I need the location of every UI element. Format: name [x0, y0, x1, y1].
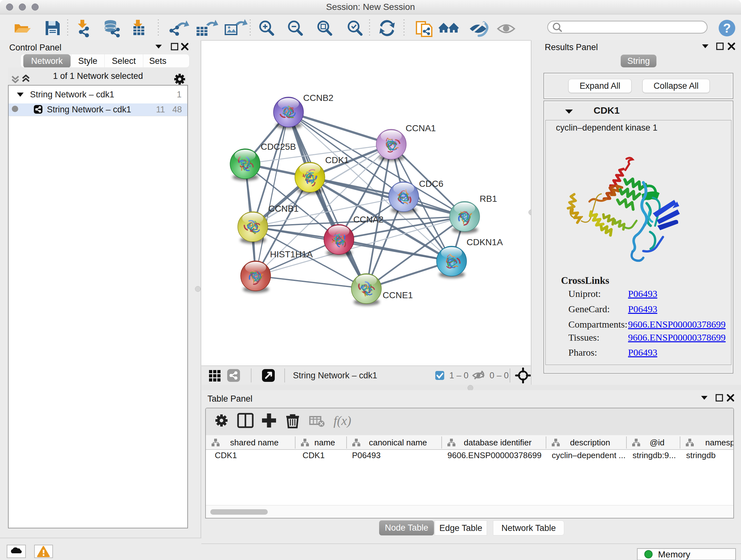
- svg-text:CCNE1: CCNE1: [383, 290, 413, 300]
- svg-text:CDKN1A: CDKN1A: [467, 237, 503, 247]
- svg-text:CCNA2: CCNA2: [353, 214, 384, 225]
- svg-text:namespace: namespace: [705, 438, 734, 447]
- svg-text:HIST1H1A: HIST1H1A: [270, 249, 313, 259]
- svg-text:description: description: [570, 438, 610, 447]
- svg-text:database identifier: database identifier: [464, 438, 532, 447]
- svg-text:CDC25B: CDC25B: [261, 142, 296, 152]
- svg-text:canonical name: canonical name: [369, 438, 427, 447]
- svg-text:CCNA1: CCNA1: [406, 123, 436, 133]
- svg-text:name: name: [314, 438, 335, 447]
- svg-text:CCNB1: CCNB1: [268, 204, 299, 213]
- svg-text:RB1: RB1: [480, 194, 497, 204]
- svg-text:f(x): f(x): [333, 414, 351, 428]
- svg-text:CCNB2: CCNB2: [303, 93, 333, 103]
- svg-text:shared name: shared name: [230, 438, 279, 447]
- svg-text:CDC6: CDC6: [419, 179, 443, 189]
- svg-text:CDK1: CDK1: [325, 155, 349, 165]
- svg-text:Memory: Memory: [658, 550, 690, 559]
- svg-text:@id: @id: [650, 438, 665, 447]
- svg-text:?: ?: [723, 21, 731, 35]
